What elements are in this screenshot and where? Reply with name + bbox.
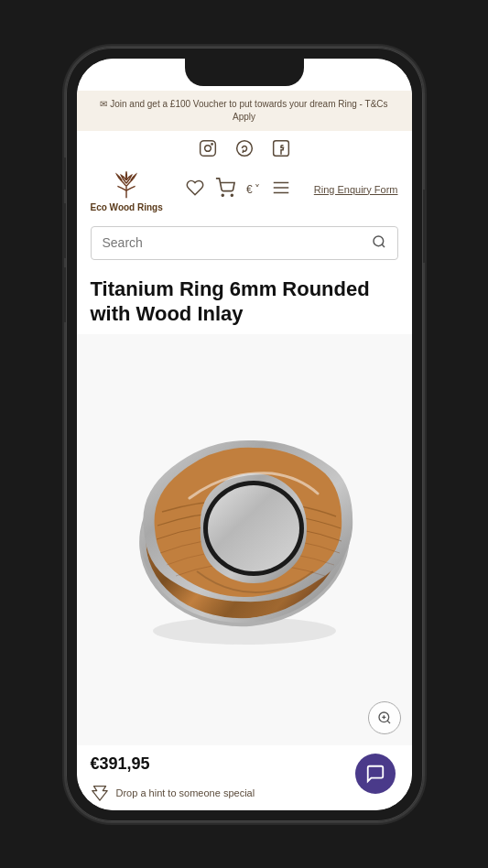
hint-icon: [91, 785, 109, 801]
svg-point-23: [208, 485, 299, 571]
search-bar: [91, 226, 398, 260]
volume-mute-button[interactable]: [63, 157, 66, 190]
header-actions: € ˅: [186, 178, 291, 201]
svg-point-6: [222, 194, 223, 196]
svg-point-1: [204, 145, 211, 151]
chat-icon: [365, 764, 385, 784]
facebook-icon[interactable]: [271, 138, 291, 158]
volume-up-button[interactable]: [63, 203, 66, 258]
product-image-container: [77, 334, 412, 745]
svg-point-3: [236, 140, 252, 156]
phone-frame: ✉ Join and get a £100 Voucher to put tow…: [66, 48, 423, 821]
hint-text: Drop a hint to someone special: [116, 787, 255, 798]
ring-svg: [116, 420, 373, 658]
screen-content: ✉ Join and get a £100 Voucher to put tow…: [77, 59, 412, 810]
svg-point-2: [211, 143, 211, 144]
wishlist-icon[interactable]: [186, 179, 204, 201]
hamburger-menu-icon[interactable]: [271, 178, 291, 201]
instagram-icon[interactable]: [198, 138, 218, 158]
svg-rect-0: [200, 140, 215, 156]
search-button[interactable]: [372, 234, 386, 252]
svg-point-7: [231, 194, 233, 196]
svg-line-25: [387, 721, 390, 723]
currency-symbol: €: [246, 183, 253, 196]
zoom-button[interactable]: [368, 701, 401, 734]
pinterest-icon[interactable]: [234, 138, 255, 158]
notch: [185, 59, 304, 86]
volume-down-button[interactable]: [63, 267, 66, 322]
ring-enquiry-link[interactable]: Ring Enquiry Form: [314, 184, 398, 195]
logo-area[interactable]: Eco Wood Rings: [91, 166, 163, 213]
product-title: Titanium Ring 6mm Rounded with Wood Inla…: [77, 266, 412, 334]
banner-text: ✉ Join and get a £100 Voucher to put tow…: [100, 99, 387, 122]
cart-icon[interactable]: [215, 178, 235, 201]
logo-text: Eco Wood Rings: [91, 202, 163, 213]
top-banner: ✉ Join and get a £100 Voucher to put tow…: [77, 91, 412, 131]
phone-screen: ✉ Join and get a £100 Voucher to put tow…: [77, 59, 412, 810]
ring-image: [77, 334, 412, 745]
social-row: [77, 131, 412, 162]
logo-icon: [108, 166, 145, 202]
search-input[interactable]: [103, 235, 372, 250]
chat-button[interactable]: [355, 754, 396, 794]
main-header: Eco Wood Rings: [77, 162, 412, 221]
svg-point-11: [374, 236, 384, 246]
power-button[interactable]: [423, 190, 426, 263]
svg-line-12: [382, 244, 385, 247]
currency-selector[interactable]: € ˅: [246, 183, 260, 196]
currency-chevron: ˅: [255, 183, 260, 196]
